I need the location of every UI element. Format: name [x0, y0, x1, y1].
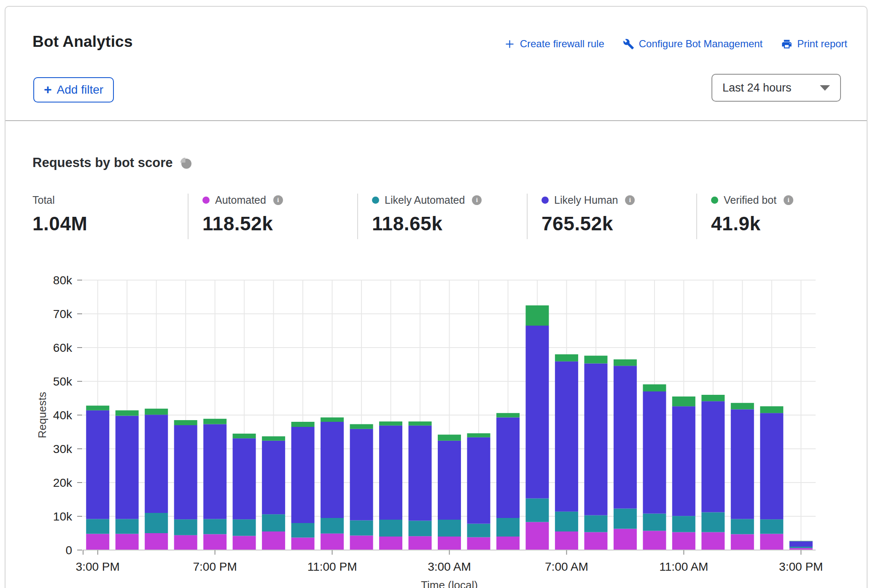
bar-segment-likely-human-15[interactable]: [525, 326, 549, 499]
bar-segment-likely-automated-0[interactable]: [86, 519, 109, 534]
info-icon[interactable]: i: [472, 195, 482, 205]
time-range-select[interactable]: Last 24 hours: [711, 74, 841, 102]
bar-segment-likely-human-3[interactable]: [174, 425, 197, 519]
bar-segment-likely-human-0[interactable]: [86, 410, 109, 519]
bar-segment-likely-human-2[interactable]: [145, 415, 168, 513]
bar-segment-verified-bot-22[interactable]: [731, 403, 754, 409]
bar-segment-likely-human-4[interactable]: [203, 424, 226, 519]
bar-segment-automated-14[interactable]: [496, 537, 520, 550]
bar-segment-automated-15[interactable]: [525, 522, 549, 550]
bar-segment-automated-4[interactable]: [203, 534, 226, 550]
bar-segment-automated-2[interactable]: [145, 533, 168, 550]
bar-segment-likely-automated-17[interactable]: [584, 515, 607, 532]
bar-segment-automated-19[interactable]: [643, 531, 666, 550]
add-filter-button[interactable]: + Add filter: [33, 77, 114, 102]
bar-segment-automated-17[interactable]: [584, 532, 607, 550]
bar-segment-likely-human-19[interactable]: [643, 391, 666, 514]
bar-segment-likely-human-6[interactable]: [262, 441, 285, 514]
bar-segment-likely-automated-23[interactable]: [760, 519, 783, 534]
bar-segment-likely-automated-10[interactable]: [379, 520, 402, 537]
bar-segment-automated-16[interactable]: [555, 531, 578, 550]
bar-segment-automated-7[interactable]: [291, 537, 315, 550]
bar-segment-likely-human-13[interactable]: [467, 437, 490, 524]
bar-segment-likely-automated-2[interactable]: [145, 513, 168, 533]
info-icon[interactable]: i: [273, 195, 283, 205]
bar-segment-automated-9[interactable]: [350, 536, 373, 550]
bar-segment-likely-human-7[interactable]: [291, 427, 315, 523]
bar-segment-verified-bot-2[interactable]: [145, 409, 168, 415]
bar-segment-verified-bot-20[interactable]: [672, 396, 695, 406]
bar-segment-automated-11[interactable]: [409, 536, 432, 550]
bar-segment-likely-human-1[interactable]: [116, 416, 139, 519]
bar-segment-likely-human-8[interactable]: [321, 422, 344, 518]
bar-segment-automated-3[interactable]: [174, 535, 197, 550]
bar-segment-verified-bot-23[interactable]: [760, 406, 783, 413]
bar-segment-automated-20[interactable]: [672, 532, 695, 550]
action-create-firewall-rule[interactable]: Create firewall rule: [504, 38, 604, 50]
bar-segment-verified-bot-21[interactable]: [701, 395, 725, 401]
bar-segment-automated-8[interactable]: [321, 534, 344, 550]
bar-segment-automated-23[interactable]: [760, 534, 783, 550]
bar-segment-verified-bot-7[interactable]: [291, 422, 315, 427]
action-configure-bot-management[interactable]: Configure Bot Management: [623, 38, 763, 50]
bar-segment-verified-bot-0[interactable]: [86, 406, 109, 410]
bar-segment-likely-automated-24[interactable]: [789, 547, 813, 548]
bar-segment-verified-bot-4[interactable]: [203, 419, 226, 424]
bar-segment-likely-automated-20[interactable]: [672, 516, 695, 532]
bar-segment-likely-automated-11[interactable]: [409, 521, 432, 536]
bar-segment-automated-10[interactable]: [379, 537, 402, 550]
bar-segment-likely-human-12[interactable]: [438, 441, 461, 520]
bar-segment-verified-bot-18[interactable]: [614, 359, 637, 366]
bar-segment-likely-automated-5[interactable]: [233, 519, 256, 536]
bar-segment-likely-automated-15[interactable]: [525, 499, 549, 522]
bar-segment-likely-automated-14[interactable]: [496, 518, 520, 537]
bar-segment-verified-bot-12[interactable]: [438, 434, 461, 440]
bar-segment-likely-automated-9[interactable]: [350, 521, 373, 536]
bar-segment-likely-automated-7[interactable]: [291, 523, 315, 537]
bar-segment-likely-human-21[interactable]: [701, 401, 725, 512]
bar-segment-verified-bot-1[interactable]: [116, 410, 139, 416]
bar-segment-likely-human-5[interactable]: [233, 438, 256, 519]
bar-segment-likely-automated-12[interactable]: [438, 520, 461, 537]
bar-segment-automated-13[interactable]: [467, 537, 490, 550]
bar-segment-automated-0[interactable]: [86, 534, 109, 550]
bar-segment-likely-human-22[interactable]: [731, 409, 754, 519]
bar-segment-automated-1[interactable]: [116, 534, 139, 550]
bar-segment-automated-5[interactable]: [233, 536, 256, 550]
bar-segment-likely-human-18[interactable]: [614, 366, 637, 508]
bar-segment-verified-bot-8[interactable]: [321, 418, 344, 422]
bar-segment-likely-automated-16[interactable]: [555, 512, 578, 531]
bar-segment-verified-bot-3[interactable]: [174, 420, 197, 425]
bar-segment-likely-human-20[interactable]: [672, 406, 695, 516]
bar-segment-automated-6[interactable]: [262, 531, 285, 550]
bar-segment-likely-human-14[interactable]: [496, 418, 520, 518]
bar-segment-verified-bot-14[interactable]: [496, 413, 520, 417]
info-icon[interactable]: i: [625, 195, 635, 205]
bar-segment-likely-human-11[interactable]: [409, 426, 432, 521]
bar-segment-likely-human-17[interactable]: [584, 364, 607, 515]
bar-segment-automated-18[interactable]: [614, 529, 637, 550]
bar-segment-likely-automated-22[interactable]: [731, 519, 754, 534]
bar-segment-verified-bot-19[interactable]: [643, 384, 666, 391]
bar-segment-verified-bot-24[interactable]: [789, 541, 813, 541]
bar-segment-verified-bot-17[interactable]: [584, 356, 607, 363]
bar-segment-likely-human-16[interactable]: [555, 361, 578, 512]
bar-segment-automated-12[interactable]: [438, 537, 461, 550]
info-icon[interactable]: i: [784, 195, 793, 205]
bar-segment-likely-automated-4[interactable]: [203, 519, 226, 534]
bar-segment-automated-22[interactable]: [731, 534, 754, 550]
bar-segment-likely-automated-1[interactable]: [116, 519, 139, 534]
bar-segment-likely-automated-3[interactable]: [174, 519, 197, 535]
bar-segment-verified-bot-15[interactable]: [525, 305, 549, 326]
bar-segment-verified-bot-10[interactable]: [379, 421, 402, 426]
bar-segment-likely-automated-8[interactable]: [321, 518, 344, 534]
bar-segment-likely-automated-6[interactable]: [262, 514, 285, 531]
bar-segment-verified-bot-16[interactable]: [555, 354, 578, 361]
bar-segment-verified-bot-5[interactable]: [233, 434, 256, 438]
bar-segment-verified-bot-13[interactable]: [467, 433, 490, 437]
action-print-report[interactable]: Print report: [781, 38, 847, 50]
bar-segment-verified-bot-11[interactable]: [409, 421, 432, 426]
bar-segment-likely-human-24[interactable]: [789, 541, 813, 547]
bar-segment-likely-human-9[interactable]: [350, 429, 373, 521]
bar-segment-verified-bot-6[interactable]: [262, 436, 285, 440]
